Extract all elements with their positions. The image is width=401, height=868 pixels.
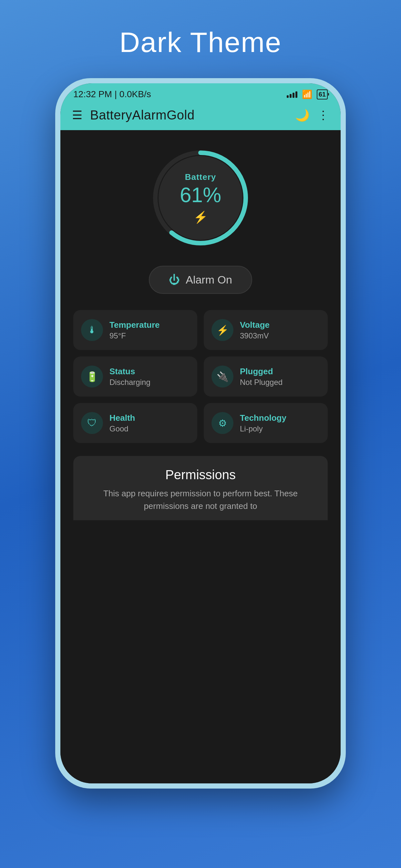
temperature-title: Temperature [110,320,160,330]
plugged-icon-wrap: 🔌 [212,366,234,388]
status-title: Status [110,367,150,376]
temperature-icon-wrap: 🌡 [81,319,103,341]
battery-charging-icon: ⚡ [193,211,208,224]
plugged-title: Plugged [240,367,282,376]
technology-value: Li-poly [240,424,286,433]
status-bar: 12:32 PM | 0.0KB/s 📶 61 [60,83,341,103]
status-icon-wrap: 🔋 [81,366,103,388]
thermometer-icon: 🌡 [87,324,97,336]
technology-card: ⚙ Technology Li-poly [204,403,328,443]
lightning-icon: ⚡ [217,324,228,336]
battery-circle-inner: Battery 61% ⚡ [158,156,243,240]
plugged-text: Plugged Not Plugged [240,367,282,387]
phone-screen: 12:32 PM | 0.0KB/s 📶 61 ☰ BatteryAlarmGo… [60,83,341,783]
health-text: Health Good [110,413,135,433]
health-icon-wrap: 🛡 [81,412,103,434]
battery-label: Battery [185,172,216,182]
battery-status-icon: 61 [317,89,328,99]
technology-text: Technology Li-poly [240,413,286,433]
voltage-icon-wrap: ⚡ [212,319,234,341]
temperature-card: 🌡 Temperature 95°F [73,310,197,350]
health-card: 🛡 Health Good [73,403,197,443]
status-value: Discharging [110,378,150,387]
status-icons: 📶 61 [287,89,328,99]
voltage-value: 3903mV [240,331,270,340]
permissions-description: This app requires permission to perform … [83,487,318,513]
info-grid: 🌡 Temperature 95°F ⚡ Voltage 3903mV [73,310,328,443]
chip-icon: ⚙ [218,417,227,429]
plugged-value: Not Plugged [240,378,282,387]
more-options-icon[interactable]: ⋮ [317,108,329,122]
alarm-toggle-button[interactable]: ⏻ Alarm On [149,266,252,294]
temperature-value: 95°F [110,331,160,340]
technology-icon-wrap: ⚙ [212,412,234,434]
battery-icon: 🔋 [86,371,98,382]
signal-icon [287,91,297,98]
battery-gauge: Battery 61% ⚡ [149,146,252,250]
health-value: Good [110,424,135,433]
power-icon: ⏻ [169,274,180,286]
page-title: Dark Theme [120,26,282,59]
voltage-card: ⚡ Voltage 3903mV [204,310,328,350]
plug-icon: 🔌 [217,371,228,382]
hamburger-menu-icon[interactable]: ☰ [72,110,82,121]
permissions-title: Permissions [83,468,318,482]
alarm-button-label: Alarm On [186,274,232,286]
theme-toggle-icon[interactable]: 🌙 [295,108,310,122]
phone-frame: 12:32 PM | 0.0KB/s 📶 61 ☰ BatteryAlarmGo… [55,78,346,788]
top-bar: ☰ BatteryAlarmGold 🌙 ⋮ [60,103,341,130]
status-text: Status Discharging [110,367,150,387]
voltage-title: Voltage [240,320,270,330]
temperature-text: Temperature 95°F [110,320,160,340]
main-content: Battery 61% ⚡ ⏻ Alarm On 🌡 Tempera [60,130,341,783]
plugged-card: 🔌 Plugged Not Plugged [204,356,328,397]
status-card: 🔋 Status Discharging [73,356,197,397]
wifi-icon: 📶 [302,89,312,99]
technology-title: Technology [240,413,286,423]
battery-percent: 61% [180,185,221,206]
health-title: Health [110,413,135,423]
permissions-card: Permissions This app requires permission… [73,456,328,520]
app-title: BatteryAlarmGold [90,108,287,122]
voltage-text: Voltage 3903mV [240,320,270,340]
status-time: 12:32 PM | 0.0KB/s [73,89,151,99]
shield-icon: 🛡 [87,417,97,429]
